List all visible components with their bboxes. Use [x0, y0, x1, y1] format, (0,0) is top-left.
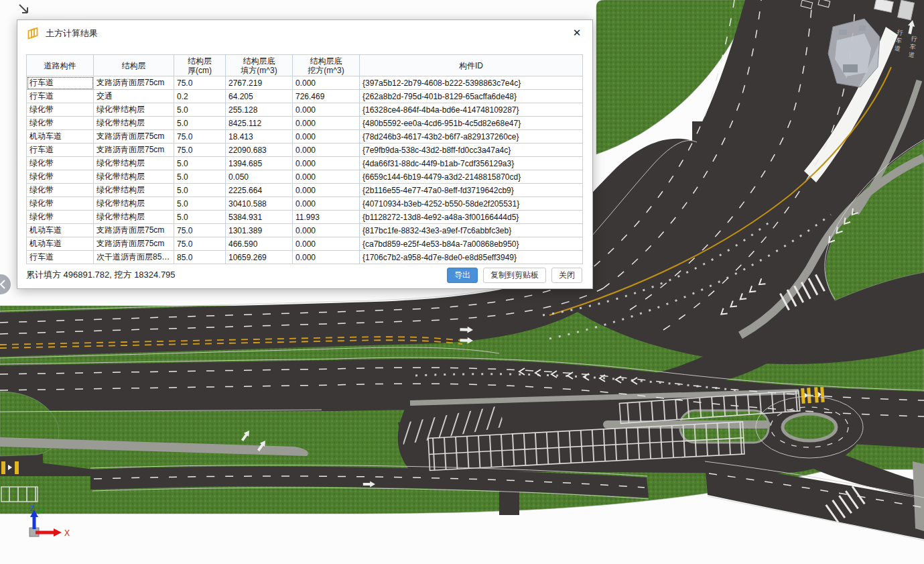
table-cell[interactable]: {480b5592-ee0a-4cd6-951b-4c5d82e68e47}	[360, 117, 583, 130]
table-cell[interactable]: {6659c144-6b19-4479-a3d2-2148815870cd}	[360, 170, 583, 184]
table-cell[interactable]: 绿化带	[27, 170, 94, 184]
table-cell[interactable]: 466.590	[226, 237, 293, 251]
table-cell[interactable]: 64.205	[226, 90, 293, 103]
table-cell[interactable]: {b1128272-13d8-4e92-a48a-3f00166444d5}	[360, 211, 583, 224]
table-row: 行车道支路沥青面层75cm75.02767.2190.000{397a5b12-…	[27, 76, 583, 90]
table-cell[interactable]: 绿化带	[27, 117, 94, 130]
table-cell[interactable]: 0.000	[293, 237, 360, 251]
table-cell[interactable]: 75.0	[174, 224, 226, 237]
table-cell[interactable]: 支路沥青面层75cm	[94, 144, 174, 157]
table-cell[interactable]: {7e9fb9da-538c-43d2-b8ff-fd0cc3a47a4c}	[360, 144, 583, 157]
export-button[interactable]: 导出	[447, 268, 478, 283]
table-cell[interactable]: 支路沥青面层75cm	[94, 76, 174, 90]
table-cell[interactable]: 30410.588	[226, 197, 293, 211]
table-cell[interactable]: 8425.112	[226, 117, 293, 130]
table-cell[interactable]: 10659.269	[226, 251, 293, 264]
table-cell[interactable]: {1706c7b2-a958-4d7e-8de0-e8d85eff3949}	[360, 251, 583, 264]
table-cell[interactable]: 绿化带	[27, 157, 94, 170]
results-table: 道路构件 结构层 结构层 厚(cm) 结构层底 填方(m^3) 结构层底 挖方(…	[26, 54, 583, 264]
totals-summary: 累计填方 496891.782, 挖方 18324.795	[26, 269, 176, 281]
table-cell[interactable]: 85.0	[174, 251, 226, 264]
table-cell[interactable]: {ca7bd859-e25f-4e53-b84a-7a00868eb950}	[360, 237, 583, 251]
table-cell[interactable]: 0.000	[293, 76, 360, 90]
table-cell[interactable]: 绿化带	[27, 197, 94, 211]
table-cell[interactable]: 绿化带结构层	[94, 170, 174, 184]
table-cell[interactable]: 5.0	[174, 170, 226, 184]
table-cell[interactable]: 5.0	[174, 211, 226, 224]
table-cell[interactable]: {397a5b12-2b79-4608-b222-5398863c7e4c}	[360, 76, 583, 90]
table-cell[interactable]: 绿化带结构层	[94, 157, 174, 170]
table-cell[interactable]: 75.0	[174, 130, 226, 144]
table-cell[interactable]: 绿化带	[27, 211, 94, 224]
table-cell[interactable]: 行车道	[27, 144, 94, 157]
table-cell[interactable]: 1301.389	[226, 224, 293, 237]
table-cell[interactable]: 0.000	[293, 117, 360, 130]
table-cell[interactable]: 18.413	[226, 130, 293, 144]
table-cell[interactable]: 5.0	[174, 197, 226, 211]
table-cell[interactable]: 次干道沥青面层85…	[94, 251, 174, 264]
table-cell[interactable]: 支路沥青面层75cm	[94, 224, 174, 237]
svg-text:道: 道	[908, 51, 915, 58]
table-cell[interactable]: 0.000	[293, 170, 360, 184]
copy-to-clipboard-button[interactable]: 复制到剪贴板	[483, 268, 546, 283]
table-cell[interactable]: {4da66f31-88dc-44f9-b1ab-7cdf356129a3}	[360, 157, 583, 170]
table-row: 机动车道支路沥青面层75cm75.018.4130.000{78d246b3-4…	[27, 130, 583, 144]
table-cell[interactable]: 绿化带	[27, 103, 94, 117]
table-cell[interactable]: 绿化带结构层	[94, 117, 174, 130]
table-cell[interactable]: 支路沥青面层75cm	[94, 237, 174, 251]
table-cell[interactable]: 0.000	[293, 184, 360, 197]
table-cell[interactable]: 0.050	[226, 170, 293, 184]
table-cell[interactable]: {262a8b2d-795d-401b-8129-65acffa6de48}	[360, 90, 583, 103]
table-cell[interactable]: 0.000	[293, 197, 360, 211]
table-cell[interactable]: 1394.685	[226, 157, 293, 170]
table-cell[interactable]: {817bc1fe-8832-43e3-a9ef-f7c6abbfc3eb}	[360, 224, 583, 237]
table-cell[interactable]: 75.0	[174, 76, 226, 90]
table-cell[interactable]: 0.000	[293, 224, 360, 237]
table-cell[interactable]: 5384.931	[226, 211, 293, 224]
table-row: 机动车道支路沥青面层75cm75.0466.5900.000{ca7bd859-…	[27, 237, 583, 251]
table-cell[interactable]: 0.2	[174, 90, 226, 103]
table-row: 行车道次干道沥青面层85…85.010659.2690.000{1706c7b2…	[27, 251, 583, 264]
table-cell[interactable]: 11.993	[293, 211, 360, 224]
table-cell[interactable]: 机动车道	[27, 237, 94, 251]
table-cell[interactable]: {78d246b3-4617-43b2-b6f7-a829137260ce}	[360, 130, 583, 144]
table-cell[interactable]: 行车道	[27, 251, 94, 264]
table-cell[interactable]: 行车道	[27, 76, 94, 90]
close-button[interactable]: 关闭	[551, 268, 582, 283]
table-row: 行车道支路沥青面层75cm75.022090.6830.000{7e9fb9da…	[27, 144, 583, 157]
table-cell[interactable]: 255.128	[226, 103, 293, 117]
table-cell[interactable]: 绿化带结构层	[94, 103, 174, 117]
dialog-title: 土方计算结果	[46, 27, 98, 40]
table-cell[interactable]: 75.0	[174, 237, 226, 251]
table-cell[interactable]: 机动车道	[27, 224, 94, 237]
table-cell[interactable]: 5.0	[174, 184, 226, 197]
dialog-close-button[interactable]: ✕	[570, 25, 584, 40]
table-cell[interactable]: 2225.664	[226, 184, 293, 197]
table-cell[interactable]: {2b116e55-4e77-47a0-8eff-fd3719642cb9}	[360, 184, 583, 197]
table-cell[interactable]: 5.0	[174, 103, 226, 117]
table-cell[interactable]: {16328ce4-864f-4b4a-bd6e-414748109287}	[360, 103, 583, 117]
earthwork-dialog: 土方计算结果 ✕ 道路构件 结构层 结构层 厚(cm) 结构层底 填方(m^3)…	[17, 19, 593, 289]
svg-text:车: 车	[895, 37, 902, 44]
table-cell[interactable]: 0.000	[293, 103, 360, 117]
table-cell[interactable]: 支路沥青面层75cm	[94, 130, 174, 144]
table-cell[interactable]: 交通	[94, 90, 174, 103]
table-cell[interactable]: 0.000	[293, 144, 360, 157]
table-cell[interactable]: 22090.683	[226, 144, 293, 157]
svg-text:车: 车	[909, 43, 916, 50]
table-cell[interactable]: 2767.219	[226, 76, 293, 90]
table-cell[interactable]: 绿化带结构层	[94, 211, 174, 224]
table-cell[interactable]: 5.0	[174, 157, 226, 170]
table-cell[interactable]: 行车道	[27, 90, 94, 103]
table-cell[interactable]: 0.000	[293, 130, 360, 144]
table-cell[interactable]: 绿化带	[27, 184, 94, 197]
table-cell[interactable]: 75.0	[174, 144, 226, 157]
table-cell[interactable]: 机动车道	[27, 130, 94, 144]
table-cell[interactable]: 5.0	[174, 117, 226, 130]
table-cell[interactable]: 绿化带结构层	[94, 184, 174, 197]
table-cell[interactable]: {40710934-b3eb-4252-b550-58de2f205531}	[360, 197, 583, 211]
table-cell[interactable]: 绿化带结构层	[94, 197, 174, 211]
table-cell[interactable]: 0.000	[293, 157, 360, 170]
table-cell[interactable]: 0.000	[293, 251, 360, 264]
table-cell[interactable]: 726.469	[293, 90, 360, 103]
